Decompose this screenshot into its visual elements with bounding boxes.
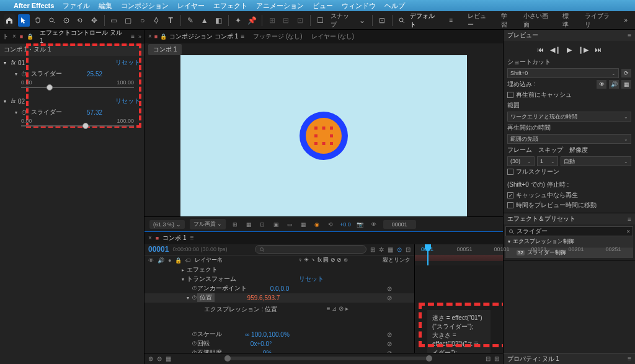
menu-animation[interactable]: アニメーション — [256, 1, 304, 11]
slider-value[interactable]: 57.32 — [87, 109, 102, 116]
twirl-icon[interactable]: ▾ — [182, 277, 187, 282]
panel-prev-tab[interactable]: ト — [2, 32, 9, 41]
fx-icon[interactable]: fx — [11, 98, 16, 104]
workspace-menu-icon[interactable]: ≡ — [449, 17, 453, 24]
vf-show-snapshot-icon[interactable]: 👁 — [370, 221, 378, 228]
loop-icon[interactable]: ⟳ — [621, 69, 631, 78]
include-overlay-icon[interactable]: ▦ — [621, 80, 631, 89]
reset-link[interactable]: リセット — [115, 97, 140, 105]
fx-icon[interactable]: fx — [11, 60, 16, 66]
slider-thumb[interactable] — [47, 84, 53, 91]
menu-window[interactable]: ウィンドウ — [342, 1, 376, 11]
properties-panel-tab[interactable]: プロパティ: ヌル 1 ≡ — [504, 353, 635, 364]
workspace-default[interactable]: デフォルト — [410, 12, 438, 29]
panel-overflow-icon[interactable]: » — [138, 33, 141, 40]
vf-exposure[interactable]: +0.0 — [340, 221, 351, 228]
tl-foot-ic3[interactable]: ▦ — [166, 355, 171, 362]
clone-tool[interactable]: ▲ — [198, 14, 210, 27]
stop2-checkbox[interactable] — [507, 202, 513, 208]
vf-reset-icon[interactable]: ⟲ — [326, 221, 335, 228]
menu-edit[interactable]: 編集 — [99, 1, 112, 11]
workspace-standard[interactable]: 標準 — [562, 12, 574, 29]
layer-search[interactable] — [255, 245, 366, 254]
include-audio-icon[interactable]: 🔊 — [609, 80, 619, 89]
current-frame[interactable]: 00001 — [148, 245, 169, 254]
row-scale[interactable]: スケール — [197, 330, 222, 339]
row-transform[interactable]: トランスフォーム — [187, 275, 236, 283]
twirl-icon[interactable]: ▾ — [4, 99, 9, 104]
position-value[interactable]: 959.6,593.7 — [247, 295, 280, 301]
play-icon[interactable]: ▶ — [567, 46, 572, 54]
footage-tab[interactable]: フッテージ (なし) — [253, 32, 302, 41]
fullscreen-checkbox[interactable] — [507, 169, 513, 175]
tab-menu-icon[interactable]: ≡ — [241, 33, 244, 40]
row-rotation[interactable]: 回転 — [197, 339, 210, 348]
timeline-zoom-slider[interactable] — [224, 357, 432, 360]
workspace-learn[interactable]: 学習 — [501, 12, 512, 29]
effect-controls-tab[interactable]: エフェクトコントロール ヌル 1 — [37, 27, 127, 45]
selection-tool[interactable] — [18, 14, 30, 27]
vf-channel-icon[interactable]: ▣ — [272, 221, 280, 228]
ellipse-tool[interactable]: ○ — [136, 14, 148, 27]
composition-viewer[interactable] — [144, 55, 503, 216]
effects-category[interactable]: ▾エクスプレッション制御 — [505, 236, 633, 247]
reset-link[interactable]: リセット — [115, 58, 140, 67]
row-anchor[interactable]: アンカーポイント — [197, 284, 247, 293]
menu-file[interactable]: ファイル — [63, 1, 90, 11]
stopwatch-icon[interactable]: ⏱ — [192, 340, 197, 347]
vf-snapshot-icon[interactable]: 📷 — [356, 221, 365, 228]
canvas[interactable] — [180, 55, 467, 216]
layer-tab[interactable]: レイヤー (なし) — [311, 32, 354, 41]
stopwatch-icon[interactable]: ⏱ — [192, 295, 197, 301]
tl-head-ic4[interactable]: ⊙ — [397, 246, 402, 253]
roto-tool[interactable]: ✦ — [233, 14, 244, 27]
parent-link[interactable]: ⊘ — [387, 285, 392, 292]
zoom-tool[interactable] — [46, 14, 58, 27]
vis-icon[interactable]: 👁 — [148, 257, 154, 264]
expr-tools[interactable]: ≡ ⊿ ⊘ ▸ — [327, 305, 349, 312]
vf-transparency-icon[interactable]: ▦ — [299, 221, 308, 228]
menu-layer[interactable]: レイヤー — [177, 1, 205, 11]
puppet-tool[interactable]: 📌 — [247, 14, 259, 27]
twirl-icon[interactable]: ▾ — [508, 239, 510, 244]
hand-tool[interactable] — [32, 14, 44, 27]
panel-close-icon[interactable]: × — [12, 33, 16, 40]
selection-handles[interactable] — [314, 127, 333, 145]
tl-foot-ic2[interactable]: ⊖ — [157, 355, 162, 362]
vf-mask-icon[interactable]: ▦ — [244, 221, 253, 228]
panel-menu-icon[interactable]: ≡ — [628, 355, 631, 362]
slider-track[interactable]: 0.00 100.00 — [21, 81, 134, 91]
workspace-overflow-icon[interactable]: » — [624, 17, 628, 24]
eraser-tool[interactable]: ◧ — [213, 14, 224, 27]
parent-link[interactable]: ⊘ — [387, 331, 392, 338]
expression-editor[interactable]: 速さ = effect("01")("スライダー"); 大きさ = effect… — [427, 310, 491, 353]
row-position[interactable]: 位置 — [197, 293, 215, 302]
vf-guide-icon[interactable]: ⊡ — [258, 221, 267, 228]
align-tool2[interactable]: ⊟ — [280, 14, 292, 27]
align-tool3[interactable]: ⊡ — [295, 14, 306, 27]
stop1-checkbox[interactable]: ✓ — [507, 192, 513, 198]
tl-head-ic5[interactable]: ⊡ — [406, 246, 411, 253]
row-effects[interactable]: エフェクト — [187, 265, 218, 274]
home-button[interactable] — [4, 14, 16, 27]
current-time-indicator[interactable] — [427, 244, 429, 265]
timeline-menu-icon[interactable]: ≡ — [190, 234, 194, 241]
workspace-library[interactable]: ライブラリ — [585, 12, 613, 29]
vf-grid-icon[interactable]: ⊞ — [231, 221, 239, 228]
frame-select[interactable]: (30)⌄ — [507, 156, 535, 166]
camera-tool[interactable]: ✥ — [89, 14, 100, 27]
tl-foot-ic1[interactable]: ⊕ — [148, 355, 153, 362]
workspace-small[interactable]: 小さい画面 — [523, 12, 551, 29]
tl-foot-ic5[interactable]: ⊞ — [494, 355, 499, 362]
tag-icon[interactable]: 🏷 — [185, 257, 191, 264]
clear-search-icon[interactable]: × — [626, 228, 630, 235]
search-icon[interactable] — [396, 14, 407, 27]
twirl-icon[interactable]: ▾ — [15, 110, 17, 115]
slider-value[interactable]: 25.52 — [87, 71, 102, 78]
next-frame-icon[interactable]: ❙▶ — [578, 46, 588, 54]
effect-name[interactable]: 02 — [18, 98, 94, 105]
stopwatch-icon[interactable]: ⏱ — [192, 285, 197, 291]
reset-link[interactable]: リセット — [299, 275, 324, 283]
menu-help[interactable]: ヘルプ — [384, 1, 405, 11]
vf-region-icon[interactable]: ▭ — [285, 221, 294, 228]
